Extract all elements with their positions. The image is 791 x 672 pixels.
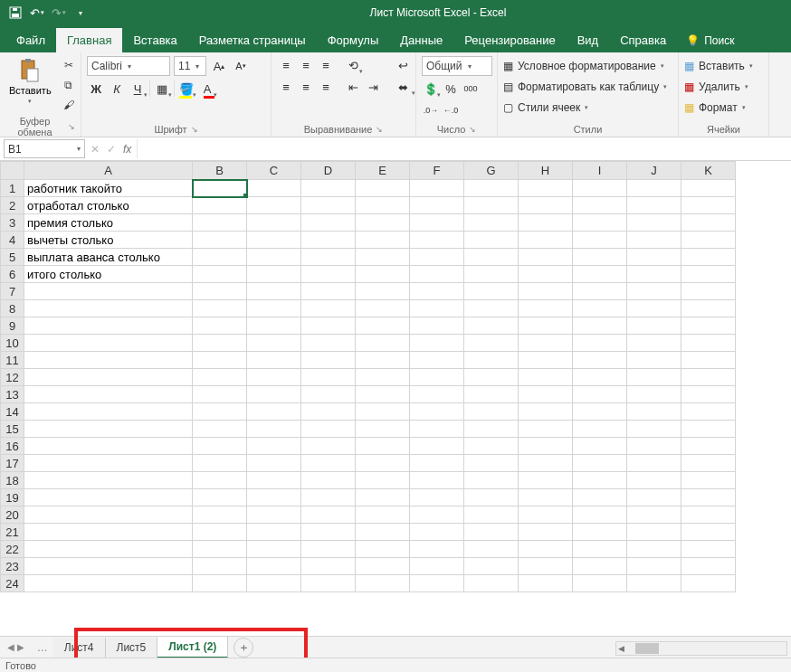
- cell[interactable]: [24, 335, 193, 352]
- cell[interactable]: [681, 335, 736, 352]
- cell[interactable]: [681, 317, 736, 335]
- tab-review[interactable]: Рецензирование: [453, 28, 566, 52]
- cell[interactable]: [24, 455, 193, 472]
- column-header[interactable]: B: [193, 162, 247, 180]
- row-header[interactable]: 21: [1, 524, 24, 541]
- cell[interactable]: [519, 197, 573, 214]
- cell[interactable]: [627, 197, 681, 214]
- cell[interactable]: [681, 180, 736, 197]
- cell[interactable]: [356, 180, 410, 197]
- cell[interactable]: [24, 369, 193, 386]
- cell[interactable]: [681, 403, 736, 421]
- cell[interactable]: премия столько: [24, 214, 193, 232]
- orientation-icon[interactable]: ⟲▾: [344, 56, 362, 74]
- cell[interactable]: [519, 266, 573, 283]
- cell[interactable]: [193, 524, 247, 541]
- cell[interactable]: [247, 352, 301, 369]
- row-header[interactable]: 22: [1, 541, 24, 558]
- cell[interactable]: [464, 335, 519, 352]
- cell[interactable]: [573, 180, 627, 197]
- cell[interactable]: [356, 421, 410, 438]
- insert-cells-button[interactable]: ▦Вставить▾: [684, 56, 763, 76]
- cell[interactable]: [573, 266, 627, 283]
- cell[interactable]: [627, 438, 681, 455]
- cell[interactable]: [681, 438, 736, 455]
- cell[interactable]: [464, 506, 519, 524]
- align-center-icon[interactable]: ≡: [297, 78, 315, 96]
- cell[interactable]: [356, 317, 410, 335]
- cell[interactable]: [247, 266, 301, 283]
- cell[interactable]: [247, 403, 301, 421]
- cell[interactable]: [301, 575, 356, 592]
- align-right-icon[interactable]: ≡: [317, 78, 335, 96]
- cell[interactable]: [627, 352, 681, 369]
- cell[interactable]: [519, 283, 573, 300]
- dialog-launcher-icon[interactable]: ↘: [68, 122, 75, 131]
- cell[interactable]: [193, 283, 247, 300]
- cell[interactable]: [464, 421, 519, 438]
- cell[interactable]: [681, 283, 736, 300]
- cell[interactable]: [573, 558, 627, 575]
- row-header[interactable]: 19: [1, 489, 24, 506]
- cell[interactable]: итого столько: [24, 266, 193, 283]
- cell[interactable]: [519, 317, 573, 335]
- cell[interactable]: [301, 249, 356, 266]
- cell[interactable]: [627, 558, 681, 575]
- tab-file[interactable]: Файл: [5, 28, 56, 52]
- cell[interactable]: [301, 403, 356, 421]
- column-header[interactable]: C: [247, 162, 301, 180]
- cell[interactable]: [301, 489, 356, 506]
- cell[interactable]: [627, 386, 681, 403]
- cell[interactable]: [464, 317, 519, 335]
- cell[interactable]: [356, 524, 410, 541]
- cell[interactable]: [627, 369, 681, 386]
- cell[interactable]: [301, 283, 356, 300]
- cell[interactable]: [410, 386, 464, 403]
- sheet-tab[interactable]: Лист4: [53, 638, 106, 658]
- sheet-tab[interactable]: Лист5: [106, 638, 158, 658]
- cell[interactable]: [410, 438, 464, 455]
- cell[interactable]: [301, 472, 356, 489]
- cell[interactable]: [410, 524, 464, 541]
- row-header[interactable]: 13: [1, 386, 24, 403]
- accounting-format-icon[interactable]: 💲▾: [422, 80, 440, 98]
- cell[interactable]: [356, 575, 410, 592]
- cell[interactable]: [410, 249, 464, 266]
- cell[interactable]: [247, 489, 301, 506]
- cell[interactable]: [301, 300, 356, 317]
- row-header[interactable]: 12: [1, 369, 24, 386]
- cell[interactable]: [681, 506, 736, 524]
- cell[interactable]: [193, 369, 247, 386]
- cell[interactable]: [301, 386, 356, 403]
- cell[interactable]: [573, 232, 627, 249]
- cell[interactable]: [193, 438, 247, 455]
- cell[interactable]: [627, 421, 681, 438]
- cell[interactable]: [301, 266, 356, 283]
- cell[interactable]: [410, 283, 464, 300]
- dialog-launcher-icon[interactable]: ↘: [191, 125, 198, 134]
- cell[interactable]: [681, 352, 736, 369]
- borders-button[interactable]: ▦▾: [153, 80, 171, 98]
- wrap-text-icon[interactable]: ↩: [391, 56, 415, 74]
- delete-cells-button[interactable]: ▦Удалить▾: [684, 77, 763, 97]
- cell[interactable]: [519, 541, 573, 558]
- cell[interactable]: [193, 455, 247, 472]
- cell[interactable]: [464, 197, 519, 214]
- cell[interactable]: [193, 335, 247, 352]
- cell[interactable]: [519, 403, 573, 421]
- cell[interactable]: [193, 180, 247, 197]
- cell[interactable]: [627, 472, 681, 489]
- cell[interactable]: [410, 232, 464, 249]
- row-header[interactable]: 8: [1, 300, 24, 317]
- cell[interactable]: [410, 300, 464, 317]
- cell[interactable]: [24, 541, 193, 558]
- cell[interactable]: [301, 438, 356, 455]
- cell[interactable]: [573, 386, 627, 403]
- cell[interactable]: [301, 352, 356, 369]
- cell[interactable]: [573, 524, 627, 541]
- cell[interactable]: [573, 506, 627, 524]
- conditional-formatting-button[interactable]: ▦Условное форматирование▾: [503, 56, 672, 76]
- cell[interactable]: [519, 524, 573, 541]
- cell[interactable]: [519, 386, 573, 403]
- cell[interactable]: [627, 266, 681, 283]
